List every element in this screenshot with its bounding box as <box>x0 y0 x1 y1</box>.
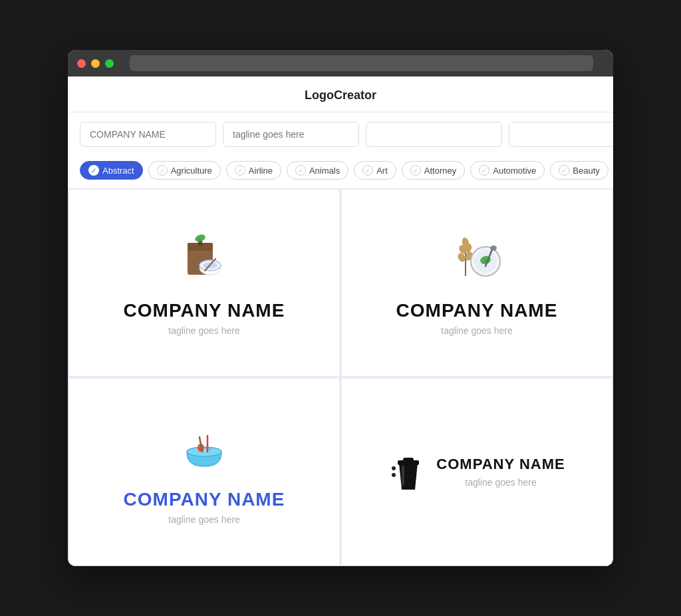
logo-card-2[interactable]: COMPANY NAME tagline goes here <box>342 190 612 376</box>
app-title-text: LogoCreator <box>305 88 376 102</box>
filter-chip-abstract[interactable]: ✓Abstract <box>80 161 143 180</box>
logo-company-name-3: COMPANY NAME <box>124 489 285 510</box>
logo-company-name-1: COMPANY NAME <box>124 300 285 321</box>
filter-chip-airline[interactable]: ✓Airline <box>226 161 281 180</box>
filter-check-beauty: ✓ <box>559 165 569 176</box>
address-bar[interactable] <box>130 55 593 71</box>
filter-check-airline: ✓ <box>235 165 245 176</box>
logo-tagline-1: tagline goes here <box>168 325 239 336</box>
filter-check-animals: ✓ <box>295 165 306 176</box>
logo-tagline-4: tagline goes here <box>436 477 565 488</box>
titlebar <box>68 50 613 77</box>
logo-tagline-3: tagline goes here <box>168 514 239 525</box>
logo-card-4[interactable]: COMPANY NAME tagline goes here <box>342 379 612 565</box>
svg-point-20 <box>490 245 497 251</box>
logo-inline-layout: COMPANY NAME tagline goes here <box>388 448 565 495</box>
filter-chip-art[interactable]: ✓Art <box>354 161 396 180</box>
filter-chip-attorney[interactable]: ✓Attorney <box>402 161 465 180</box>
logo-text-block-4: COMPANY NAME tagline goes here <box>436 456 565 488</box>
filter-chip-animals[interactable]: ✓Animals <box>287 161 348 180</box>
filter-bar: ✓Abstract✓Agriculture✓Airline✓Animals✓Ar… <box>68 156 613 188</box>
filter-label-automotive: Automotive <box>493 166 536 176</box>
app-title: LogoCreator <box>68 77 613 112</box>
extra-input-1[interactable] <box>366 122 502 147</box>
logo-tagline-2: tagline goes here <box>441 325 512 336</box>
filter-chip-beauty[interactable]: ✓Beauty <box>550 161 608 180</box>
logo-image-3 <box>174 418 234 478</box>
svg-point-22 <box>187 447 221 456</box>
logo-company-name-2: COMPANY NAME <box>396 300 558 321</box>
svg-point-29 <box>392 466 396 470</box>
logo-image-2 <box>447 230 507 289</box>
logo-company-name-4: COMPANY NAME <box>436 456 565 473</box>
filter-chip-agriculture[interactable]: ✓Agriculture <box>148 161 221 180</box>
company-name-input[interactable] <box>80 122 216 147</box>
maximize-button[interactable] <box>105 59 114 68</box>
filter-label-attorney: Attorney <box>424 166 456 176</box>
filter-check-automotive: ✓ <box>479 165 489 176</box>
filter-check-agriculture: ✓ <box>157 165 168 176</box>
svg-rect-33 <box>403 458 414 462</box>
filter-check-art: ✓ <box>362 165 373 176</box>
filter-label-airline: Airline <box>249 166 273 176</box>
minimize-button[interactable] <box>91 59 100 68</box>
filter-label-agriculture: Agriculture <box>171 166 212 176</box>
filter-label-animals: Animals <box>309 166 340 176</box>
logo-image-4 <box>388 448 428 495</box>
extra-input-2[interactable] <box>509 122 613 147</box>
search-bar: SEARCH <box>68 112 613 156</box>
svg-rect-32 <box>402 466 404 486</box>
close-button[interactable] <box>77 59 86 68</box>
app-window: LogoCreator SEARCH ✓Abstract✓Agriculture… <box>68 50 613 566</box>
tagline-input[interactable] <box>223 122 359 147</box>
logo-card-1[interactable]: COMPANY NAME tagline goes here <box>69 190 339 376</box>
svg-point-30 <box>392 473 396 477</box>
filter-check-abstract: ✓ <box>88 165 99 176</box>
filter-chip-automotive[interactable]: ✓Automotive <box>470 161 545 180</box>
logo-image-1 <box>174 230 234 289</box>
filter-check-attorney: ✓ <box>410 165 421 176</box>
filter-label-abstract: Abstract <box>102 166 134 176</box>
logo-grid: COMPANY NAME tagline goes here <box>68 188 613 566</box>
logo-card-3[interactable]: COMPANY NAME tagline goes here <box>69 379 339 565</box>
filter-label-art: Art <box>376 166 388 176</box>
filter-label-beauty: Beauty <box>573 166 599 176</box>
